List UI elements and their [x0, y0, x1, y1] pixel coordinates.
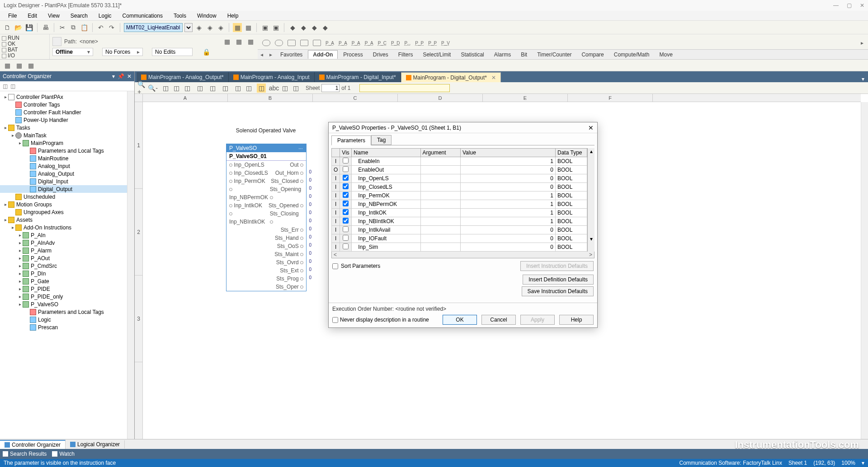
- tree-item-logic[interactable]: Logic: [0, 316, 134, 323]
- table-vscroll[interactable]: ▴ ▾: [587, 148, 594, 252]
- instruction-P_P[interactable]: P_P: [428, 41, 437, 46]
- help-button[interactable]: Help: [559, 315, 594, 325]
- tab-parameters[interactable]: Parameters: [331, 135, 371, 145]
- instruction-P_A[interactable]: P_A: [352, 41, 360, 46]
- tool-icon-9[interactable]: ◆: [299, 23, 308, 32]
- table-row[interactable]: IInp_NBPermOK1BOOL: [332, 200, 587, 209]
- close-button[interactable]: ✕: [860, 2, 864, 9]
- path-tool-2[interactable]: ▦: [234, 37, 243, 46]
- insert-definition-defaults-button[interactable]: Insert Definition Defaults: [523, 275, 594, 285]
- tree-item-ungrouped-axes[interactable]: Ungrouped Axes: [0, 208, 134, 216]
- shape-oval[interactable]: [262, 40, 270, 46]
- table-header[interactable]: Name: [352, 149, 420, 157]
- table-row[interactable]: IInp_ClosedLS0BOOL: [332, 183, 587, 191]
- paste-icon[interactable]: 📋: [80, 23, 89, 32]
- table-hscroll[interactable]: <>: [331, 251, 594, 258]
- tree-item-prescan[interactable]: Prescan: [0, 323, 134, 331]
- apply-button[interactable]: Apply: [520, 315, 555, 325]
- tool-icon-6[interactable]: ▣: [260, 23, 269, 32]
- table-row[interactable]: IInp_PermOK1BOOL: [332, 191, 587, 200]
- status-dropdown-icon[interactable]: ▾: [862, 460, 864, 466]
- category-drives[interactable]: Drives: [368, 51, 393, 59]
- instruction-P_V[interactable]: P_V: [441, 41, 450, 46]
- sidebar-pin-icon[interactable]: 📌: [118, 73, 124, 79]
- tree-item-p-cmdsrc[interactable]: ▸P_CmdSrc: [0, 262, 134, 270]
- menu-view[interactable]: View: [43, 12, 64, 20]
- category-statistical[interactable]: Statistical: [456, 51, 488, 59]
- table-row[interactable]: IEnableIn1BOOL: [332, 157, 587, 166]
- menu-communications[interactable]: Communications: [118, 12, 167, 20]
- sheet-number-input[interactable]: [321, 84, 340, 92]
- table-row[interactable]: IInp_IOFault0BOOL: [332, 234, 587, 243]
- tree-item-controller-tags[interactable]: Controller Tags: [0, 101, 134, 108]
- tool-icon-8[interactable]: ◆: [288, 23, 297, 32]
- ed-tool-4[interactable]: ◫: [195, 84, 204, 93]
- tree-item-unscheduled[interactable]: Unscheduled: [0, 193, 134, 201]
- sidebar-close-icon[interactable]: ✕: [127, 73, 132, 79]
- table-row[interactable]: IInp_Sim0BOOL: [332, 243, 587, 252]
- tree-scrollbar[interactable]: [127, 91, 134, 439]
- vis-checkbox[interactable]: [343, 243, 349, 249]
- tree-item-mainroutine[interactable]: MainRoutine: [0, 154, 134, 162]
- category-alarms[interactable]: Alarms: [490, 51, 515, 59]
- tree-item-parameters-and-local-tags[interactable]: Parameters and Local Tags: [0, 308, 134, 316]
- tree-item-add-on-instructions[interactable]: ▸Add-On Instructions: [0, 224, 134, 231]
- table-row[interactable]: IInp_OpenLS0BOOL: [332, 174, 587, 183]
- tool-icon-1[interactable]: ◈: [194, 23, 203, 32]
- ed-tool-11[interactable]: ◫: [280, 84, 289, 93]
- ed-tool-9[interactable]: ◫: [257, 84, 266, 93]
- tree-item-p-valveso[interactable]: ▸P_ValveSO: [0, 300, 134, 308]
- redo-icon[interactable]: ↷: [107, 23, 116, 32]
- vis-checkbox[interactable]: [343, 209, 349, 215]
- tree-item-p-gate[interactable]: ▸P_Gate: [0, 277, 134, 285]
- table-row[interactable]: IInp_NBIntlkOK1BOOL: [332, 217, 587, 226]
- cut-icon[interactable]: ✂: [58, 23, 67, 32]
- vis-checkbox[interactable]: [343, 226, 349, 232]
- never-display-checkbox[interactable]: [332, 317, 338, 323]
- tool-icon-5[interactable]: ▦: [244, 23, 253, 32]
- sidebar-tool-2[interactable]: ◫: [10, 83, 15, 89]
- zoom-out-icon[interactable]: 🔍-: [148, 84, 157, 93]
- tag-combo-dropdown[interactable]: [184, 23, 193, 32]
- category-bit[interactable]: Bit: [516, 51, 532, 59]
- table-header[interactable]: [332, 149, 340, 157]
- menu-help[interactable]: Help: [223, 12, 243, 20]
- category-timercounter[interactable]: Timer/Counter: [533, 51, 576, 59]
- small-tool-3[interactable]: ▦: [26, 61, 35, 70]
- path-tool-3[interactable]: ▦: [246, 37, 255, 46]
- ed-tool-5[interactable]: ◫: [208, 84, 217, 93]
- vis-checkbox[interactable]: [343, 166, 349, 172]
- ed-tool-6[interactable]: ◫: [221, 84, 230, 93]
- tree-item-analog-input[interactable]: Analog_Input: [0, 162, 134, 170]
- ed-tool-7[interactable]: ◫: [233, 84, 242, 93]
- small-tool-1[interactable]: ▦: [3, 61, 12, 70]
- tree-item-power-up-handler[interactable]: Power-Up Handler: [0, 116, 134, 124]
- tree-item-controller-fault-handler[interactable]: Controller Fault Handler: [0, 108, 134, 116]
- parameters-table[interactable]: VisNameArgumentValueData TypeIEnableIn1B…: [331, 148, 587, 252]
- tool-icon-11[interactable]: ◆: [321, 23, 330, 32]
- save-instruction-defaults-button[interactable]: Save Instruction Defaults: [522, 286, 594, 296]
- vis-checkbox[interactable]: [343, 158, 349, 163]
- print-icon[interactable]: 🖶: [41, 23, 50, 32]
- tree-item-p-pide-only[interactable]: ▸P_PIDE_only: [0, 293, 134, 300]
- category-compare[interactable]: Compare: [577, 51, 608, 59]
- category-selectlimit[interactable]: Select/Limit: [418, 51, 455, 59]
- tree-item-assets[interactable]: ▸Assets: [0, 216, 134, 224]
- menu-edit[interactable]: Edit: [23, 12, 42, 20]
- cat-left-arrow[interactable]: ◂: [258, 51, 266, 58]
- tab-tag[interactable]: Tag: [371, 135, 392, 145]
- vis-checkbox[interactable]: [343, 192, 349, 198]
- category-filters[interactable]: Filters: [394, 51, 418, 59]
- tab-overflow-icon[interactable]: ▾: [858, 76, 868, 82]
- edits-status[interactable]: No Edits: [152, 48, 193, 56]
- instruction-P...[interactable]: P...: [405, 41, 411, 46]
- bottom-tab-controller-organizer[interactable]: Controller Organizer: [0, 440, 66, 449]
- editor-tab[interactable]: MainProgram - Analog_Input: [229, 72, 315, 82]
- tree[interactable]: ▸Controller PlantPAxController TagsContr…: [0, 91, 134, 439]
- sort-parameters-checkbox[interactable]: [332, 263, 338, 269]
- tree-item-analog-output[interactable]: Analog_Output: [0, 170, 134, 177]
- tree-item-p-ain[interactable]: ▸P_AIn: [0, 231, 134, 239]
- save-icon[interactable]: 💾: [24, 23, 33, 32]
- shape-rect-3[interactable]: [313, 40, 321, 46]
- ok-button[interactable]: OK: [443, 315, 477, 325]
